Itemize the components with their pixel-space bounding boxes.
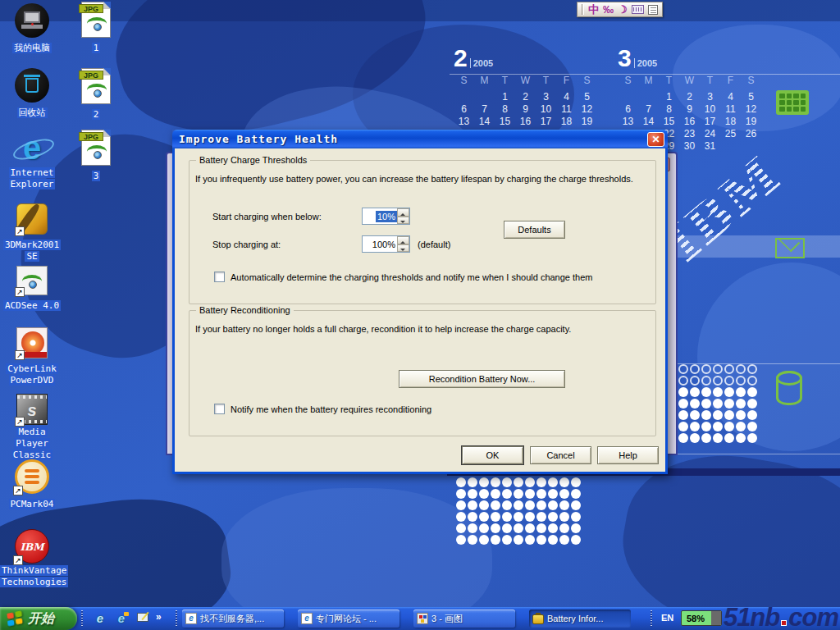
quick-launch-grip[interactable] (81, 610, 83, 627)
calendar-day-header: S (454, 75, 474, 87)
start-charging-spinner[interactable]: 10% (362, 208, 410, 225)
internet-explorer-quicklaunch-icon[interactable]: e (92, 611, 108, 626)
desktop-icon-label: 3DMark2001 SE (0, 240, 64, 262)
spin-down-button[interactable] (397, 217, 409, 225)
spin-up-button[interactable] (397, 236, 409, 244)
wallpaper-dot (525, 500, 535, 510)
wallpaper-dot (701, 376, 711, 386)
wallpaper-dot (548, 523, 558, 533)
desktop-icon-pcmark04[interactable]: ↗ PCMark04 (0, 459, 64, 510)
language-indicator[interactable]: EN (661, 613, 673, 623)
browser-quicklaunch-icon[interactable]: e (113, 611, 130, 626)
jpg-file-icon: JPG (81, 2, 111, 38)
close-button[interactable]: ✕ (647, 132, 664, 147)
notify-reconditioning-checkbox[interactable] (214, 404, 225, 414)
ime-language-bar[interactable]: 中 ‰ ☽ (577, 2, 663, 17)
desktop-icon-powerdvd[interactable]: ↗ CyberLink PowerDVD (0, 327, 64, 386)
wallpaper-dot (690, 364, 700, 374)
recondition-battery-button[interactable]: Recondition Battery Now... (399, 370, 565, 388)
stop-charging-value[interactable]: 100% (371, 239, 397, 250)
calendar-day: 2 (679, 91, 700, 103)
wallpaper-dot (479, 489, 489, 499)
calendar-day-header: S (741, 75, 761, 87)
wallpaper-dot (491, 512, 500, 522)
wallpaper-dot (456, 535, 466, 545)
dot-grid-right (678, 364, 757, 443)
wallpaper-dot (571, 489, 581, 499)
wallpaper-dot (724, 422, 734, 431)
ok-button[interactable]: OK (462, 446, 523, 464)
tray-grip[interactable] (651, 610, 652, 627)
wallpaper-dot (690, 399, 700, 409)
group-description: If you infrequently use battery power, y… (195, 174, 633, 184)
start-button-label: 开始 (28, 610, 54, 628)
battery-meter[interactable]: 58% (681, 610, 722, 626)
ime-width-toggle-button[interactable]: ‰ (603, 2, 614, 16)
auto-determine-label: Automatically determine the charging thr… (231, 272, 592, 282)
show-desktop-icon[interactable] (135, 611, 151, 626)
calendar-day: 24 (700, 128, 720, 140)
wallpaper-dot (525, 535, 535, 545)
desktop-icon-acdsee[interactable]: ↗ ACDSee 4.0 (0, 266, 64, 312)
ime-keyboard-icon[interactable] (632, 5, 644, 14)
start-button[interactable]: 开始 (0, 607, 77, 630)
taskbar-grip[interactable] (176, 610, 177, 627)
dialog-titlebar[interactable]: Improve Battery Health ✕ (172, 130, 668, 148)
ime-grip-handle[interactable] (582, 4, 584, 15)
quick-launch-more-chevron[interactable]: » (156, 611, 162, 623)
wallpaper-dot (747, 422, 757, 431)
auto-determine-checkbox[interactable] (214, 272, 225, 282)
desktop-file-jpg-1[interactable]: JPG 1 (72, 2, 120, 54)
wallpaper-dot (456, 477, 466, 487)
wallpaper-dot (525, 523, 535, 533)
calendar-day: 13 (454, 116, 474, 128)
taskbar-button-4[interactable]: Battery Infor... (529, 609, 631, 628)
cancel-button[interactable]: Cancel (530, 446, 591, 464)
wallpaper-dot (701, 387, 711, 397)
defaults-button[interactable]: Defaults (504, 221, 565, 239)
stop-charging-spinner[interactable]: 100% (362, 235, 410, 253)
calendar-day: 11 (556, 103, 577, 116)
keyboard-grid-icon (776, 90, 809, 115)
battery-meter-empty-segment (711, 611, 721, 625)
desktop-icon-thinkvantage[interactable]: IBM ↗ ThinkVantage Technologies (0, 529, 64, 588)
ime-menu-icon[interactable] (648, 5, 658, 15)
desktop-icon-label: CyberLink PowerDVD (0, 363, 64, 386)
desktop-icon-recycle-bin[interactable]: 回收站 (0, 68, 64, 119)
wallpaper-dot (713, 387, 723, 397)
desktop-icon-my-computer[interactable]: 我的电脑 (0, 3, 64, 54)
calendar-month: 3 (618, 44, 632, 71)
desktop-icon-label: PCMark04 (0, 499, 64, 510)
wallpaper-dot (701, 364, 711, 374)
wallpaper-dot (747, 410, 757, 420)
calendar-day: 6 (454, 103, 474, 116)
desktop-icon-internet-explorer[interactable]: e Internet Explorer (0, 130, 64, 190)
calendar-day (454, 91, 474, 103)
close-icon: ✕ (651, 134, 660, 145)
wallpaper-dot (747, 376, 757, 386)
ime-punctuation-button[interactable]: ☽ (618, 2, 628, 16)
desktop-icon-3dmark2001[interactable]: ↗ 3DMark2001 SE (0, 203, 64, 262)
wallpaper-dot (559, 523, 569, 533)
start-charging-value[interactable]: 10% (376, 211, 397, 222)
taskbar-button-1[interactable]: e找不到服务器,... (182, 609, 284, 628)
wallpaper-dot (491, 489, 500, 499)
cylinder-icon (776, 371, 802, 405)
desktop-file-label: 3 (72, 171, 120, 182)
wallpaper-dot (502, 523, 512, 533)
spin-up-button[interactable] (397, 208, 409, 217)
help-button[interactable]: Help (597, 446, 659, 464)
calendar-day-header: T (659, 75, 679, 87)
desktop-icon-media-player-classic[interactable]: s ↗ Media Player Classic (0, 394, 64, 461)
wallpaper-dot (571, 512, 581, 522)
spin-down-button[interactable] (397, 244, 409, 253)
calendar-day: 6 (618, 103, 638, 116)
calendar-day: 11 (720, 103, 741, 116)
ime-chinese-button[interactable]: 中 (588, 2, 599, 16)
taskbar-button-3[interactable]: 3 - 画图 (413, 609, 515, 628)
calendar-day-header: S (618, 75, 638, 87)
desktop-file-jpg-3[interactable]: JPG 3 (72, 130, 120, 182)
calendar-day: 15 (495, 116, 515, 128)
desktop-file-jpg-2[interactable]: JPG 2 (72, 68, 120, 121)
taskbar-button-2[interactable]: e专门网论坛 - ... (298, 609, 399, 628)
